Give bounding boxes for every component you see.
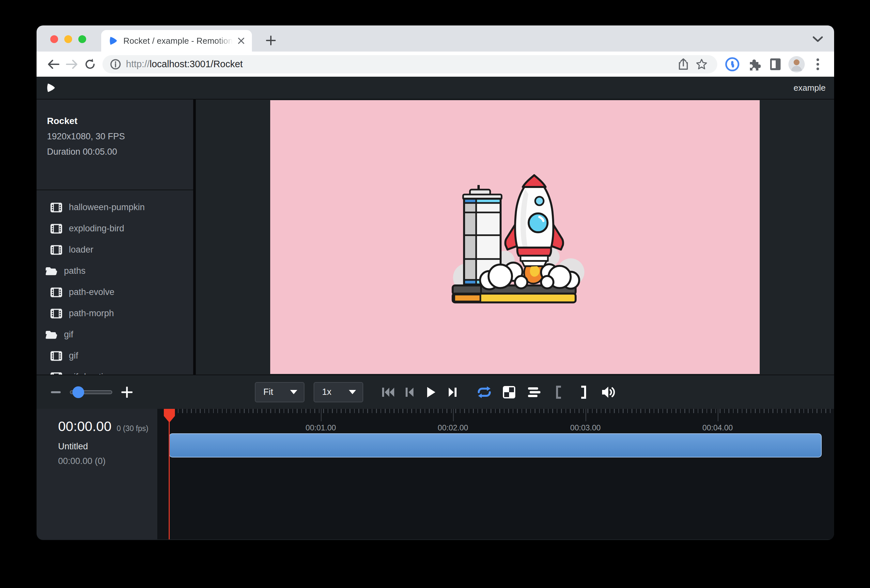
- canvas-size-value: Fit: [263, 387, 273, 397]
- film-icon: [50, 245, 62, 255]
- fullscreen-window-button[interactable]: [78, 35, 86, 43]
- in-point-bracket-icon[interactable]: [551, 385, 566, 400]
- composition-list-item[interactable]: exploding-bird: [37, 218, 193, 239]
- playback-speed-value: 1x: [322, 387, 332, 397]
- open-folder-icon: [45, 266, 57, 276]
- film-icon: [50, 351, 62, 361]
- timeline: 00:00.00 0 (30 fps) Untitled 00:00.00 (0…: [37, 409, 834, 539]
- composition-label: gif: [64, 330, 73, 340]
- tab-title: Rocket / example - Remotion Preview: [124, 36, 236, 46]
- tab-close-icon[interactable]: [236, 36, 246, 46]
- composition-label: paths: [64, 266, 85, 276]
- loop-toggle-icon[interactable]: [477, 385, 492, 400]
- composition-label: halloween-pumpkin: [69, 202, 145, 213]
- composition-list-item[interactable]: halloween-pumpkin: [37, 197, 193, 218]
- composition-duration: Duration 00:05.00: [47, 147, 187, 157]
- chevron-down-icon: [290, 390, 297, 394]
- back-icon[interactable]: [45, 55, 63, 73]
- out-point-bracket-icon[interactable]: [576, 385, 591, 400]
- compositions-sidebar: Rocket 1920x1080, 30 FPS Duration 00:05.…: [37, 100, 196, 375]
- composition-label: path-evolve: [69, 287, 115, 297]
- url-bar: http://localhost:3001/Rocket: [37, 52, 834, 77]
- forward-icon[interactable]: [63, 55, 81, 73]
- chevron-down-icon: [349, 390, 356, 394]
- browser-menu-dots-icon[interactable]: [809, 55, 826, 73]
- minimize-window-button[interactable]: [64, 35, 72, 43]
- browser-window: Rocket / example - Remotion Preview http…: [37, 25, 834, 540]
- composition-label: gif: [69, 351, 78, 361]
- timeline-zoom-slider[interactable]: [70, 390, 112, 395]
- timeline-zoom-out-icon[interactable]: [51, 391, 61, 393]
- reload-icon[interactable]: [81, 55, 99, 73]
- zoom-slider-knob[interactable]: [73, 386, 84, 398]
- onepassword-extension-icon[interactable]: [724, 55, 741, 73]
- bookmark-star-icon[interactable]: [693, 55, 711, 73]
- site-info-icon[interactable]: [110, 58, 121, 70]
- current-frame-info: 0 (30 fps): [117, 424, 149, 433]
- playback-speed-dropdown[interactable]: 1x: [314, 382, 363, 402]
- film-icon: [50, 308, 62, 319]
- ruler-second-mark: 00:01.00: [305, 409, 336, 432]
- composition-info: Rocket 1920x1080, 30 FPS Duration 00:05.…: [37, 100, 193, 190]
- traffic-lights: [50, 35, 86, 43]
- composition-label: gif-duration: [69, 372, 113, 375]
- address-field[interactable]: http://localhost:3001/Rocket: [103, 55, 717, 73]
- composition-label: exploding-bird: [69, 223, 124, 234]
- tab-list-chevron-icon[interactable]: [810, 33, 825, 46]
- timeline-info-panel: 00:00.00 0 (30 fps) Untitled 00:00.00 (0…: [37, 409, 157, 539]
- project-name-label: example: [794, 83, 825, 93]
- track-time: 00:00.00 (0): [58, 456, 157, 466]
- share-icon[interactable]: [674, 55, 693, 73]
- ruler-second-mark: 00:02.00: [438, 409, 468, 432]
- timeline-ruler: [169, 409, 834, 413]
- composition-list-item[interactable]: gif: [37, 345, 193, 366]
- new-tab-button[interactable]: [263, 33, 279, 48]
- volume-icon[interactable]: [601, 385, 616, 400]
- ruler-second-mark: 00:03.00: [570, 409, 600, 432]
- film-icon: [50, 202, 62, 213]
- timeline-clip-bar[interactable]: [169, 433, 822, 457]
- extensions-puzzle-icon[interactable]: [745, 55, 762, 73]
- side-panel-icon[interactable]: [767, 55, 784, 73]
- video-canvas: [270, 100, 760, 374]
- composition-label: path-morph: [69, 308, 114, 319]
- profile-avatar[interactable]: [788, 56, 805, 73]
- skip-to-start-button[interactable]: [381, 385, 395, 399]
- composition-list-item[interactable]: path-morph: [37, 303, 193, 324]
- composition-list: halloween-pumpkin exploding-bird: [37, 190, 193, 375]
- composition-list-item[interactable]: gif: [37, 324, 193, 345]
- timeline-tracks-icon[interactable]: [526, 385, 541, 400]
- timeline-tracks[interactable]: 00:01.00 00:02.00 00:03.00 00:04.00: [157, 409, 834, 539]
- browser-tab[interactable]: Rocket / example - Remotion Preview: [101, 30, 252, 52]
- url-text: http://localhost:3001/Rocket: [126, 59, 674, 70]
- canvas-size-dropdown[interactable]: Fit: [255, 382, 304, 402]
- app-menu-bar: example: [37, 77, 834, 100]
- composition-resolution: 1920x1080, 30 FPS: [47, 131, 187, 141]
- ruler-second-mark: 00:04.00: [702, 409, 733, 432]
- film-icon: [50, 223, 62, 234]
- film-icon: [50, 372, 62, 375]
- tab-strip: Rocket / example - Remotion Preview: [37, 25, 834, 52]
- remotion-logo-icon[interactable]: [46, 82, 56, 93]
- composition-label: loader: [69, 245, 93, 255]
- composition-list-item[interactable]: gif-duration: [37, 366, 193, 375]
- play-button[interactable]: [425, 385, 438, 399]
- composition-list-item[interactable]: path-evolve: [37, 281, 193, 303]
- previous-frame-button[interactable]: [403, 385, 416, 399]
- close-window-button[interactable]: [50, 35, 58, 43]
- remotion-favicon: [109, 36, 118, 46]
- playhead-marker[interactable]: [164, 409, 175, 423]
- current-time: 00:00.00: [58, 419, 112, 434]
- player-controls-bar: Fit 1x: [37, 375, 834, 409]
- composition-list-item[interactable]: loader: [37, 239, 193, 261]
- rocket-illustration: [439, 163, 586, 310]
- transparency-checkerboard-icon[interactable]: [502, 385, 517, 400]
- composition-list-item[interactable]: paths: [37, 261, 193, 281]
- composition-name: Rocket: [47, 116, 187, 126]
- timeline-zoom-in-icon[interactable]: [121, 387, 133, 398]
- track-name: Untitled: [58, 442, 157, 452]
- playhead-line[interactable]: [169, 409, 170, 539]
- next-frame-button[interactable]: [446, 385, 459, 399]
- open-folder-icon: [45, 330, 57, 340]
- preview-panel: [196, 100, 834, 375]
